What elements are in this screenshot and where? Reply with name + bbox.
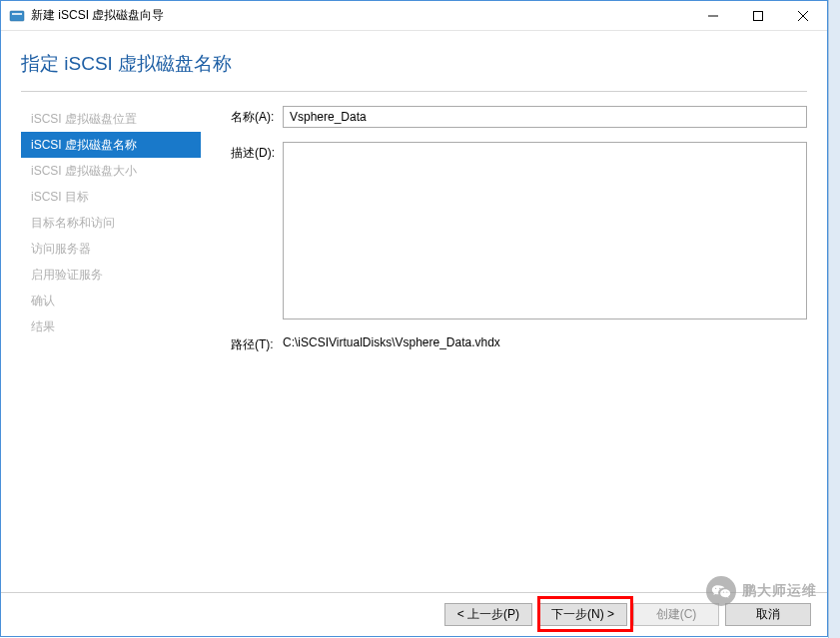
wizard-window: 新建 iSCSI 虚拟磁盘向导 指定 iSCSI 虚拟磁盘名称 iSCSI 虚拟… [0, 0, 828, 637]
description-textarea[interactable] [283, 142, 807, 319]
path-label: 路径(T): [231, 333, 283, 353]
window-title: 新建 iSCSI 虚拟磁盘向导 [31, 7, 690, 24]
step-disk-size: iSCSI 虚拟磁盘大小 [21, 158, 201, 184]
step-access-servers: 访问服务器 [21, 236, 201, 262]
step-disk-location[interactable]: iSCSI 虚拟磁盘位置 [21, 106, 201, 132]
app-icon [9, 8, 25, 24]
wizard-body: iSCSI 虚拟磁盘位置 iSCSI 虚拟磁盘名称 iSCSI 虚拟磁盘大小 i… [1, 92, 827, 592]
titlebar: 新建 iSCSI 虚拟磁盘向导 [1, 1, 827, 31]
step-results: 结果 [21, 314, 201, 339]
step-enable-auth: 启用验证服务 [21, 262, 201, 288]
form-area: 名称(A): 描述(D): 路径(T): C:\iSCSIVirtualDisk… [201, 106, 807, 592]
step-confirmation: 确认 [21, 288, 201, 314]
svg-rect-0 [10, 11, 24, 21]
minimize-button[interactable] [690, 1, 735, 30]
path-row: 路径(T): C:\iSCSIVirtualDisks\Vsphere_Data… [231, 333, 807, 353]
wizard-header: 指定 iSCSI 虚拟磁盘名称 [1, 31, 827, 91]
previous-button[interactable]: < 上一步(P) [444, 603, 532, 626]
page-title: 指定 iSCSI 虚拟磁盘名称 [21, 51, 807, 77]
next-button[interactable]: 下一步(N) > [538, 603, 627, 626]
wizard-footer: < 上一步(P) 下一步(N) > 创建(C) 取消 [1, 592, 827, 636]
name-row: 名称(A): [231, 106, 807, 128]
path-value: C:\iSCSIVirtualDisks\Vsphere_Data.vhdx [283, 333, 500, 349]
name-input[interactable] [283, 106, 807, 128]
description-label: 描述(D): [231, 142, 283, 162]
step-iscsi-target: iSCSI 目标 [21, 184, 201, 210]
svg-rect-1 [12, 13, 22, 15]
description-row: 描述(D): [231, 142, 807, 319]
name-label: 名称(A): [231, 106, 283, 126]
step-target-name-access: 目标名称和访问 [21, 210, 201, 236]
close-button[interactable] [780, 1, 825, 30]
wizard-steps-sidebar: iSCSI 虚拟磁盘位置 iSCSI 虚拟磁盘名称 iSCSI 虚拟磁盘大小 i… [21, 106, 201, 592]
step-disk-name[interactable]: iSCSI 虚拟磁盘名称 [21, 132, 201, 158]
cancel-button[interactable]: 取消 [725, 603, 811, 626]
maximize-button[interactable] [735, 1, 780, 30]
svg-rect-3 [753, 11, 762, 20]
window-controls [690, 1, 825, 30]
right-edge [828, 0, 840, 638]
create-button: 创建(C) [633, 603, 719, 626]
